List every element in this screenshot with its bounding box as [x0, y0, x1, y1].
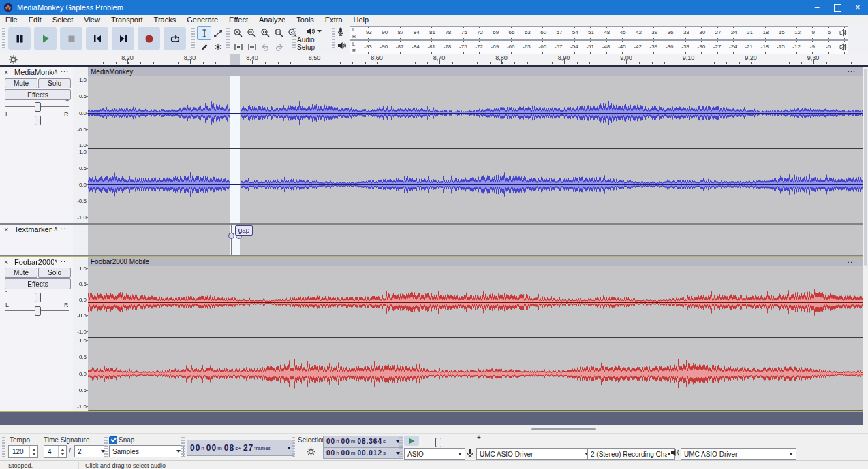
play-speed-slider-thumb[interactable]: [435, 438, 441, 447]
toolbar-grip[interactable]: [399, 437, 403, 457]
time-signature-upper-input[interactable]: 4: [44, 445, 67, 458]
pause-button[interactable]: [8, 27, 31, 50]
pan-slider-thumb[interactable]: [35, 116, 41, 125]
selection-end-display[interactable]: 00h00m00.012s: [323, 447, 403, 459]
tempo-input[interactable]: 120: [8, 445, 38, 458]
track-menu-button[interactable]: ...: [61, 255, 69, 263]
toolbar-grip[interactable]: [2, 28, 5, 50]
track-close-button[interactable]: ×: [4, 68, 8, 76]
maximize-button[interactable]: [827, 0, 848, 15]
solo-button[interactable]: Solo: [38, 78, 71, 88]
snap-mode-select[interactable]: Samples: [109, 445, 184, 457]
audio-setup-button[interactable]: Audio Setup: [297, 27, 330, 51]
toolbar-grip[interactable]: [2, 437, 5, 457]
mute-button[interactable]: Mute: [5, 268, 37, 278]
skip-to-end-button[interactable]: [112, 27, 134, 50]
solo-button[interactable]: Solo: [38, 268, 71, 278]
track-menu-button[interactable]: ...: [61, 223, 69, 231]
silence-selection[interactable]: [245, 39, 259, 54]
menu-view[interactable]: View: [78, 16, 106, 24]
track-title[interactable]: Foobar2000...: [14, 258, 54, 266]
effects-button[interactable]: Effects: [5, 89, 71, 100]
audio-position-display[interactable]: 00h00m08s+27frames: [187, 440, 294, 456]
menu-transport[interactable]: Transport: [106, 16, 149, 24]
selection-start-display[interactable]: 00h00m08.364s: [323, 436, 403, 447]
vertical-scrollbar[interactable]: [863, 67, 868, 425]
redo[interactable]: [272, 39, 286, 54]
menu-tracks[interactable]: Tracks: [149, 16, 182, 24]
pan-slider-thumb[interactable]: [35, 306, 41, 316]
collapse-icon[interactable]: ∧: [53, 225, 58, 232]
minimize-button[interactable]: –: [807, 0, 827, 15]
selection-tool[interactable]: [197, 26, 211, 40]
play-button[interactable]: [34, 27, 57, 50]
horizontal-scrollbar-thumb[interactable]: [531, 428, 596, 430]
selection-options-button[interactable]: [306, 447, 316, 457]
close-button[interactable]: ×: [848, 0, 868, 15]
playback-meter-button[interactable]: [337, 41, 347, 53]
vertical-scrollbar-thumb[interactable]: [864, 69, 867, 266]
timeline-options-button[interactable]: [8, 54, 18, 65]
stop-button[interactable]: [60, 27, 82, 50]
menu-help[interactable]: Help: [348, 16, 375, 24]
menu-generate[interactable]: Generate: [181, 16, 223, 24]
toolbar-grip[interactable]: [332, 28, 335, 50]
menu-extra[interactable]: Extra: [320, 16, 348, 24]
menu-edit[interactable]: Edit: [23, 16, 47, 24]
toolbar-grip[interactable]: [226, 28, 230, 50]
fit-selection[interactable]: [258, 26, 273, 40]
collapse-icon[interactable]: ∧: [53, 68, 58, 75]
meter-fader-icon[interactable]: [839, 28, 846, 37]
label-track-lane[interactable]: gap: [88, 225, 863, 255]
trim-outside-selection[interactable]: [231, 39, 245, 54]
playback-meter[interactable]: LR-93-90-87-84-81-78-75-72-69-66-63-60-5…: [350, 40, 848, 54]
recording-channels-select[interactable]: 2 (Stereo) Recording Chann: [587, 448, 675, 460]
toolbar-grip[interactable]: [181, 437, 185, 457]
waveform-foobar2000[interactable]: [88, 266, 863, 410]
track-title[interactable]: Textmarken 1: [14, 225, 52, 233]
playback-device-select[interactable]: UMC ASIO Driver: [681, 448, 796, 460]
timeline-ruler[interactable]: 8,208,308,408,508,608,708,808,909,009,10…: [0, 54, 868, 67]
recording-meter[interactable]: LR-93-90-87-84-81-78-75-72-69-66-63-60-5…: [350, 26, 848, 40]
label-boundary-line[interactable]: [231, 225, 232, 255]
draw-tool[interactable]: [197, 39, 211, 54]
toolbar-grip[interactable]: [292, 437, 295, 457]
collapse-icon[interactable]: ∧: [53, 258, 58, 265]
vertical-scale-ruler[interactable]: 1.00.50.0-0.5-1.01.00.50.0-0.5-1.0: [73, 257, 89, 411]
clip-overflow-button[interactable]: ...: [848, 65, 856, 74]
time-signature-lower-select[interactable]: 2: [74, 445, 108, 457]
label-gap[interactable]: gap: [235, 225, 253, 236]
clip-overflow-button[interactable]: ...: [848, 256, 856, 264]
loop-button[interactable]: [164, 27, 186, 50]
audio-host-select[interactable]: ASIO: [404, 448, 465, 460]
tempo-spinner[interactable]: [29, 446, 37, 457]
time-signature-spinner[interactable]: [58, 446, 66, 457]
track-close-button[interactable]: ×: [4, 258, 8, 266]
toolbar-grip[interactable]: [292, 28, 296, 50]
mute-button[interactable]: Mute: [5, 78, 37, 88]
recording-device-select[interactable]: UMC ASIO Driver: [476, 448, 592, 460]
waveform-mediamonkey[interactable]: [88, 76, 863, 223]
skip-to-start-button[interactable]: [86, 27, 108, 50]
menu-file[interactable]: File: [0, 16, 23, 24]
recording-meter-button[interactable]: [337, 27, 347, 39]
play-speed-slider[interactable]: [424, 442, 481, 442]
envelope-tool[interactable]: [211, 26, 225, 40]
track-menu-button[interactable]: ...: [61, 65, 69, 74]
zoom-in[interactable]: [231, 26, 245, 40]
horizontal-scrollbar[interactable]: [0, 425, 868, 433]
snap-checkbox[interactable]: [109, 436, 117, 444]
menu-effect[interactable]: Effect: [223, 16, 253, 24]
fit-project[interactable]: [272, 26, 286, 40]
effects-button[interactable]: Effects: [5, 278, 71, 289]
gain-slider-thumb[interactable]: [35, 102, 41, 112]
menu-analyze[interactable]: Analyze: [253, 16, 291, 24]
clip-header[interactable]: Foobar2000 Mobile ...: [88, 257, 865, 267]
clip-header[interactable]: MediaMonkey ...: [88, 67, 865, 77]
toolbar-grip[interactable]: [104, 437, 108, 457]
label-handle[interactable]: [228, 233, 234, 239]
menu-tools[interactable]: Tools: [291, 16, 320, 24]
track-close-button[interactable]: ×: [4, 225, 8, 233]
meter-fader-icon[interactable]: [839, 42, 846, 52]
zoom-out[interactable]: [245, 26, 259, 40]
